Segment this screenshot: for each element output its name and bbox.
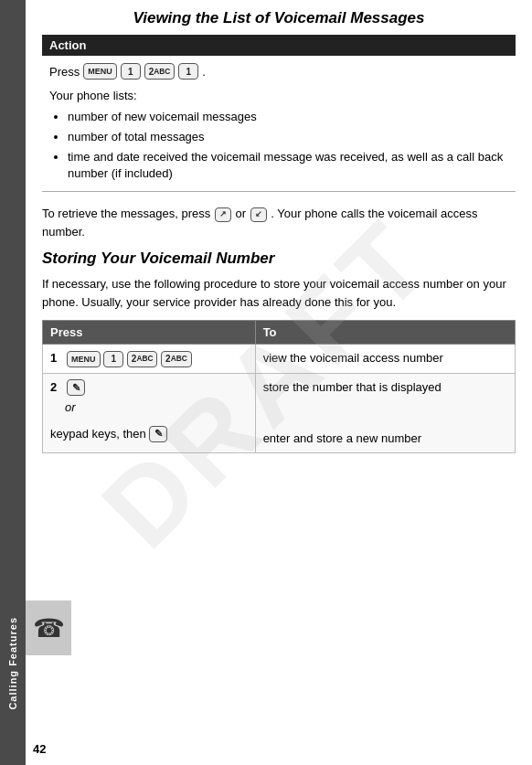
- table-row: 2 ✎ or keypad keys, then ✎ store the num…: [43, 373, 516, 452]
- row2-to-text2: enter and store a new number: [263, 430, 507, 447]
- row2-key-m: ✎: [67, 379, 85, 396]
- row2-to-spacer: [263, 396, 507, 430]
- page-number: 42: [26, 742, 80, 756]
- row2-key-m2: ✎: [149, 426, 167, 442]
- list-item: number of new voicemail messages: [68, 109, 508, 125]
- action-cell: Press MENU 1 2ABC 1 . Your phone lists: …: [42, 56, 516, 192]
- col-header-press: Press: [43, 321, 256, 345]
- sidebar: Calling Features: [0, 0, 26, 765]
- col-header-to: To: [255, 321, 515, 345]
- bullet-list: number of new voicemail messages number …: [68, 109, 508, 183]
- row1-to: view the voicemail access number: [255, 345, 515, 374]
- row1-key-menu: MENU: [67, 351, 101, 367]
- intro-text: If necessary, use the following procedur…: [42, 275, 516, 311]
- or-cell: or: [50, 396, 248, 423]
- phone-icon-area: ☎: [26, 600, 71, 655]
- row1-key-2abc-b: 2ABC: [161, 351, 192, 367]
- phone-lists-label: Your phone lists:: [49, 87, 508, 105]
- menu-key: MENU: [83, 63, 117, 80]
- row2-to-text1: store the number that is displayed: [263, 379, 507, 396]
- page-title: Viewing the List of Voicemail Messages: [42, 9, 516, 27]
- action-header: Action: [42, 35, 516, 56]
- row2-keypad-text: keypad keys, then ✎: [50, 426, 248, 443]
- retrieve-or: or: [236, 207, 250, 220]
- key-1: 1: [121, 63, 141, 80]
- key-1b: 1: [178, 63, 198, 80]
- section-heading: Storing Your Voicemail Number: [42, 250, 516, 268]
- list-item: time and date received the voicemail mes…: [68, 149, 508, 182]
- retrieve-paragraph: To retrieve the messages, press ↗ or ↙ .…: [42, 205, 516, 240]
- action-press-row: Press MENU 1 2ABC 1 .: [49, 63, 508, 80]
- list-item: number of total messages: [68, 129, 508, 145]
- press-to-table: Press To 1 MENU 1 2ABC 2ABC view the voi…: [42, 320, 516, 453]
- row2-to: store the number that is displayed enter…: [255, 373, 515, 452]
- retrieve-key-end: ↙: [250, 207, 267, 222]
- retrieve-key-send: ↗: [215, 207, 231, 222]
- row1-press: 1 MENU 1 2ABC 2ABC: [43, 345, 256, 374]
- retrieve-text: To retrieve the messages, press: [42, 207, 210, 220]
- row1-key-1: 1: [103, 351, 123, 367]
- key-2abc: 2ABC: [144, 63, 176, 80]
- page-wrapper: DRAFT Calling Features ☎ 42 Viewing the …: [0, 0, 532, 765]
- row2-press: 2 ✎ or keypad keys, then ✎: [43, 373, 256, 452]
- table-row: 1 MENU 1 2ABC 2ABC view the voicemail ac…: [43, 345, 516, 374]
- row1-key-2abc-a: 2ABC: [127, 351, 158, 367]
- main-content: Viewing the List of Voicemail Messages A…: [26, 0, 532, 472]
- period: .: [202, 65, 206, 79]
- press-label: Press: [49, 65, 80, 79]
- phone-icon: ☎: [33, 613, 65, 643]
- action-table: Action Press MENU 1 2ABC 1 . Your phone …: [42, 35, 516, 192]
- sidebar-label: Calling Features: [7, 617, 18, 710]
